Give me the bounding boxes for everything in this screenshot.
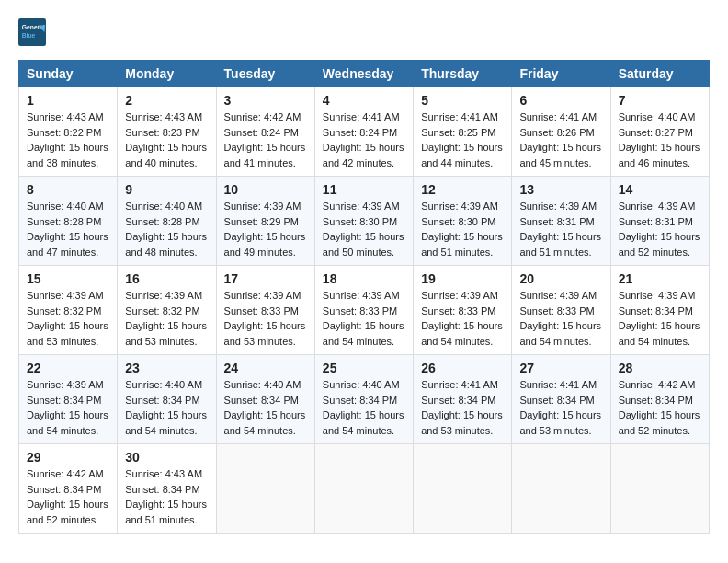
calendar-cell: 26 Sunrise: 4:41 AM Sunset: 8:34 PM Dayl…: [414, 355, 512, 444]
calendar-cell: 3 Sunrise: 4:42 AM Sunset: 8:24 PM Dayli…: [216, 87, 314, 177]
calendar-header-wednesday: Wednesday: [314, 61, 413, 87]
day-info: Sunrise: 4:39 AM Sunset: 8:34 PM Dayligh…: [619, 288, 701, 349]
day-number: 15: [27, 271, 109, 286]
calendar-table: SundayMondayTuesdayWednesdayThursdayFrid…: [18, 60, 710, 534]
day-info: Sunrise: 4:39 AM Sunset: 8:33 PM Dayligh…: [519, 288, 602, 349]
day-info: Sunrise: 4:39 AM Sunset: 8:31 PM Dayligh…: [619, 199, 701, 259]
day-info: Sunrise: 4:43 AM Sunset: 8:34 PM Dayligh…: [125, 466, 208, 527]
day-info: Sunrise: 4:39 AM Sunset: 8:29 PM Dayligh…: [224, 199, 307, 259]
calendar-cell: 27 Sunrise: 4:41 AM Sunset: 8:34 PM Dayl…: [512, 355, 610, 444]
day-number: 17: [224, 271, 307, 286]
calendar-cell: 13 Sunrise: 4:39 AM Sunset: 8:31 PM Dayl…: [512, 177, 610, 266]
calendar-cell: 30 Sunrise: 4:43 AM Sunset: 8:34 PM Dayl…: [118, 444, 216, 534]
day-number: 13: [519, 182, 602, 197]
calendar-cell: 11 Sunrise: 4:39 AM Sunset: 8:30 PM Dayl…: [314, 177, 413, 266]
day-info: Sunrise: 4:41 AM Sunset: 8:24 PM Dayligh…: [323, 109, 405, 170]
calendar-cell: 20 Sunrise: 4:39 AM Sunset: 8:33 PM Dayl…: [512, 266, 610, 355]
calendar-body: 1 Sunrise: 4:43 AM Sunset: 8:22 PM Dayli…: [19, 87, 710, 534]
calendar-header-sunday: Sunday: [19, 61, 118, 87]
day-info: Sunrise: 4:39 AM Sunset: 8:32 PM Dayligh…: [125, 288, 208, 349]
day-number: 18: [323, 271, 405, 286]
calendar-cell: 6 Sunrise: 4:41 AM Sunset: 8:26 PM Dayli…: [512, 87, 610, 177]
day-number: 11: [323, 182, 405, 197]
day-info: Sunrise: 4:43 AM Sunset: 8:22 PM Dayligh…: [27, 109, 109, 170]
day-info: Sunrise: 4:39 AM Sunset: 8:32 PM Dayligh…: [27, 288, 109, 349]
day-number: 16: [125, 271, 208, 286]
day-number: 6: [519, 93, 602, 108]
day-number: 7: [619, 93, 701, 108]
calendar-cell: 16 Sunrise: 4:39 AM Sunset: 8:32 PM Dayl…: [118, 266, 216, 355]
calendar-cell: [314, 444, 413, 534]
day-info: Sunrise: 4:41 AM Sunset: 8:25 PM Dayligh…: [421, 109, 504, 170]
calendar-header-tuesday: Tuesday: [216, 61, 314, 87]
calendar-cell: 19 Sunrise: 4:39 AM Sunset: 8:33 PM Dayl…: [414, 266, 512, 355]
day-info: Sunrise: 4:40 AM Sunset: 8:28 PM Dayligh…: [27, 199, 109, 259]
calendar-header-friday: Friday: [512, 61, 610, 87]
calendar-week-5: 29 Sunrise: 4:42 AM Sunset: 8:34 PM Dayl…: [19, 444, 710, 534]
logo: General Blue: [18, 18, 50, 46]
logo-icon: General Blue: [18, 18, 46, 46]
day-info: Sunrise: 4:40 AM Sunset: 8:27 PM Dayligh…: [619, 109, 701, 170]
calendar-cell: 29 Sunrise: 4:42 AM Sunset: 8:34 PM Dayl…: [19, 444, 118, 534]
day-number: 28: [619, 361, 701, 375]
day-info: Sunrise: 4:40 AM Sunset: 8:34 PM Dayligh…: [224, 377, 307, 438]
day-info: Sunrise: 4:40 AM Sunset: 8:28 PM Dayligh…: [125, 199, 208, 259]
day-info: Sunrise: 4:41 AM Sunset: 8:26 PM Dayligh…: [519, 109, 602, 170]
calendar-cell: 1 Sunrise: 4:43 AM Sunset: 8:22 PM Dayli…: [19, 87, 118, 177]
day-info: Sunrise: 4:40 AM Sunset: 8:34 PM Dayligh…: [323, 377, 405, 438]
day-number: 27: [519, 361, 602, 375]
calendar-header-monday: Monday: [118, 61, 216, 87]
day-number: 4: [323, 93, 405, 108]
day-info: Sunrise: 4:39 AM Sunset: 8:33 PM Dayligh…: [323, 288, 405, 349]
calendar-week-1: 1 Sunrise: 4:43 AM Sunset: 8:22 PM Dayli…: [19, 87, 710, 177]
calendar-header-thursday: Thursday: [414, 61, 512, 87]
day-info: Sunrise: 4:39 AM Sunset: 8:33 PM Dayligh…: [421, 288, 504, 349]
day-info: Sunrise: 4:41 AM Sunset: 8:34 PM Dayligh…: [421, 377, 504, 438]
day-info: Sunrise: 4:42 AM Sunset: 8:34 PM Dayligh…: [27, 466, 109, 527]
calendar-cell: 18 Sunrise: 4:39 AM Sunset: 8:33 PM Dayl…: [314, 266, 413, 355]
calendar-cell: [512, 444, 610, 534]
day-number: 21: [619, 271, 701, 286]
day-number: 23: [125, 361, 208, 375]
day-number: 20: [519, 271, 602, 286]
day-info: Sunrise: 4:39 AM Sunset: 8:33 PM Dayligh…: [224, 288, 307, 349]
calendar-week-4: 22 Sunrise: 4:39 AM Sunset: 8:34 PM Dayl…: [19, 355, 710, 444]
day-number: 2: [125, 93, 208, 108]
calendar-cell: 14 Sunrise: 4:39 AM Sunset: 8:31 PM Dayl…: [610, 177, 709, 266]
day-number: 12: [421, 182, 504, 197]
calendar-cell: 22 Sunrise: 4:39 AM Sunset: 8:34 PM Dayl…: [19, 355, 118, 444]
day-number: 14: [619, 182, 701, 197]
calendar-cell: 9 Sunrise: 4:40 AM Sunset: 8:28 PM Dayli…: [118, 177, 216, 266]
calendar-cell: [610, 444, 709, 534]
day-number: 8: [27, 182, 109, 197]
calendar-header-row: SundayMondayTuesdayWednesdayThursdayFrid…: [19, 61, 710, 87]
day-info: Sunrise: 4:39 AM Sunset: 8:30 PM Dayligh…: [323, 199, 405, 259]
calendar-cell: 17 Sunrise: 4:39 AM Sunset: 8:33 PM Dayl…: [216, 266, 314, 355]
day-number: 22: [27, 361, 109, 375]
calendar-cell: 7 Sunrise: 4:40 AM Sunset: 8:27 PM Dayli…: [610, 87, 709, 177]
day-number: 24: [224, 361, 307, 375]
calendar-week-2: 8 Sunrise: 4:40 AM Sunset: 8:28 PM Dayli…: [19, 177, 710, 266]
day-number: 9: [125, 182, 208, 197]
day-info: Sunrise: 4:42 AM Sunset: 8:24 PM Dayligh…: [224, 109, 307, 170]
day-number: 25: [323, 361, 405, 375]
day-number: 3: [224, 93, 307, 108]
calendar-cell: 21 Sunrise: 4:39 AM Sunset: 8:34 PM Dayl…: [610, 266, 709, 355]
calendar-cell: 2 Sunrise: 4:43 AM Sunset: 8:23 PM Dayli…: [118, 87, 216, 177]
day-number: 29: [27, 450, 109, 465]
calendar-cell: 4 Sunrise: 4:41 AM Sunset: 8:24 PM Dayli…: [314, 87, 413, 177]
calendar-cell: 15 Sunrise: 4:39 AM Sunset: 8:32 PM Dayl…: [19, 266, 118, 355]
calendar-cell: 12 Sunrise: 4:39 AM Sunset: 8:30 PM Dayl…: [414, 177, 512, 266]
day-number: 26: [421, 361, 504, 375]
calendar-cell: [216, 444, 314, 534]
day-number: 30: [125, 450, 208, 465]
day-number: 19: [421, 271, 504, 286]
day-number: 1: [27, 93, 109, 108]
day-info: Sunrise: 4:43 AM Sunset: 8:23 PM Dayligh…: [125, 109, 208, 170]
day-info: Sunrise: 4:40 AM Sunset: 8:34 PM Dayligh…: [125, 377, 208, 438]
day-number: 5: [421, 93, 504, 108]
calendar-cell: 23 Sunrise: 4:40 AM Sunset: 8:34 PM Dayl…: [118, 355, 216, 444]
day-info: Sunrise: 4:39 AM Sunset: 8:34 PM Dayligh…: [27, 377, 109, 438]
calendar-cell: 28 Sunrise: 4:42 AM Sunset: 8:34 PM Dayl…: [610, 355, 709, 444]
calendar-header-saturday: Saturday: [610, 61, 709, 87]
